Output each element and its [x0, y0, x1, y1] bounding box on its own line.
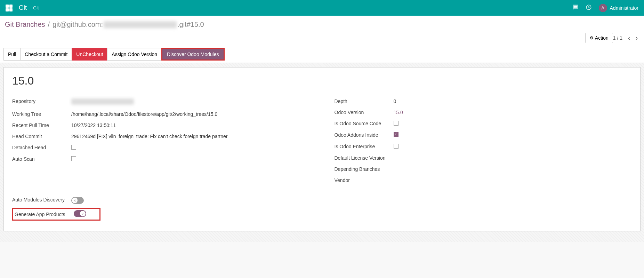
- label-recent-pull: Recent Pull Time: [12, 122, 71, 128]
- toggle-auto-discovery[interactable]: ✕: [71, 197, 84, 204]
- label-odoo-version: Odoo Version: [335, 110, 394, 115]
- breadcrumb-root[interactable]: Git Branches: [5, 21, 45, 29]
- avatar: A: [599, 4, 607, 12]
- toggle-generate-products[interactable]: ✓: [74, 210, 86, 217]
- activities-icon[interactable]: [586, 4, 592, 12]
- pull-button[interactable]: Pull: [3, 48, 21, 61]
- action-button[interactable]: ⚙ Action: [585, 33, 613, 43]
- checkbox-is-enterprise[interactable]: [394, 144, 399, 149]
- label-head-commit: Head Commit: [12, 134, 71, 139]
- checkbox-auto-scan[interactable]: [71, 156, 76, 161]
- breadcrumb-separator: /: [48, 21, 50, 29]
- label-auto-discovery: Auto Modules Discovery: [12, 197, 71, 202]
- label-detached-head: Detached Head: [12, 145, 71, 150]
- value-head-commit: 29612469d [FIX] viin_foreign_trade: Fix …: [71, 134, 310, 139]
- value-recent-pull: 10/27/2022 13:50:11: [71, 122, 310, 128]
- label-working-tree: Working Tree: [12, 111, 71, 117]
- pager-text: 1 / 1: [613, 35, 622, 41]
- breadcrumb-redacted: [104, 21, 177, 28]
- gear-icon: ⚙: [590, 35, 594, 40]
- discover-modules-button[interactable]: Discover Odoo Modules: [162, 49, 223, 59]
- user-menu[interactable]: A Administrator: [599, 4, 638, 12]
- apps-icon[interactable]: [6, 5, 13, 11]
- label-addons-inside: Odoo Addons Inside: [335, 132, 394, 138]
- value-odoo-version[interactable]: 15.0: [394, 110, 403, 115]
- breadcrumb-suffix: .git#15.0: [177, 21, 204, 29]
- highlight-generate-products: Generate App Products ✓: [12, 208, 100, 221]
- pager-prev[interactable]: ‹: [627, 34, 631, 42]
- assign-version-button[interactable]: Assign Odoo Version: [107, 48, 162, 61]
- breadcrumb-prefix: git@github.com:: [53, 21, 103, 29]
- value-depth: 0: [394, 98, 632, 104]
- label-generate-products: Generate App Products: [15, 212, 74, 217]
- breadcrumb-current: git@github.com: .git#15.0: [53, 21, 204, 29]
- checkbox-detached-head[interactable]: [71, 145, 76, 150]
- checkbox-addons-inside[interactable]: [394, 132, 399, 137]
- label-depending-branches: Depending Branches: [335, 166, 394, 172]
- label-auto-scan: Auto Scan: [12, 156, 71, 162]
- checkout-commit-button[interactable]: Checkout a Commit: [20, 48, 72, 61]
- label-default-license: Default License Version: [335, 155, 394, 161]
- uncheckout-button[interactable]: UnCheckout: [72, 48, 107, 61]
- user-name: Administrator: [610, 5, 638, 11]
- label-is-enterprise: Is Odoo Enterprise: [335, 144, 394, 149]
- value-repository-redacted: [71, 98, 134, 105]
- app-title: Git: [19, 4, 27, 11]
- pager-next[interactable]: ›: [634, 34, 639, 42]
- checkbox-is-source[interactable]: [394, 121, 399, 126]
- label-is-source: Is Odoo Source Code: [335, 121, 394, 126]
- label-repository: Repository: [12, 98, 71, 104]
- label-depth: Depth: [335, 98, 394, 104]
- menu-git[interactable]: Git: [33, 5, 39, 10]
- page-title: 15.0: [12, 74, 632, 87]
- value-working-tree: /home/hang/.local/share/Odoo/filestore/a…: [71, 111, 310, 117]
- conversations-icon[interactable]: [572, 4, 579, 12]
- highlight-discover-modules: Discover Odoo Modules: [161, 48, 224, 61]
- label-vendor: Vendor: [335, 177, 394, 183]
- action-label: Action: [595, 35, 609, 41]
